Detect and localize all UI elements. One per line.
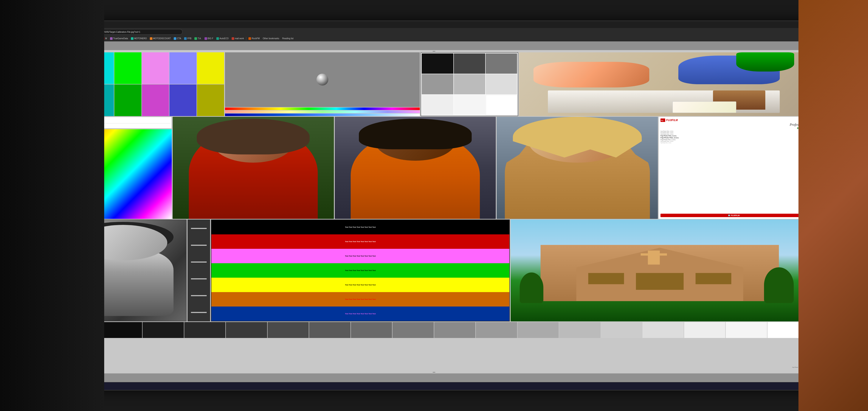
row2: Fuji Digital Imaging Target 856×1219 300… [59,117,809,219]
bookmark-icon-motonero [131,37,133,40]
film-line-6: Fuji Photo Film, U.S.A. [660,142,807,143]
film-line-3: Fuji Photo Film, U.S.A. [660,134,807,135]
patch-4 [142,52,169,84]
portrait-orange [335,117,496,219]
test-row-5: Test Test Test Test Test Test Test Test [211,278,509,292]
bookmark-rockfm[interactable]: RockFM [247,37,261,40]
gs-14 [601,322,642,338]
church-building [540,245,779,301]
test-row-4: Test Test Test Test Test Test Test Test [211,263,509,278]
tree-left [520,272,544,303]
svg-rect-3 [588,273,624,284]
film-line-4: Fuji Photo Film, U.S.A. [660,139,807,141]
patch-9 [114,84,142,116]
flower-stem [736,52,794,71]
gs-9 [393,322,434,338]
bookmark-icon-autoeco [216,37,219,40]
bookmark-motodiscount[interactable]: MOTODISCOUNT [149,37,172,40]
bookmark-truegame[interactable]: TrueGameData [109,37,129,40]
svg-text:FU: FU [661,120,663,121]
fuji-brand-panel: FU FUJIFILM Professional Imaging Fuji Ph… [659,117,809,219]
bookmark-label-m: M [105,37,107,40]
bookmark-motonero[interactable]: MOTONERO [130,37,148,40]
gs-3 [143,322,184,338]
bookmark-cta[interactable]: CTA [173,37,182,40]
bookmark-icon-ffb [184,37,187,40]
film-line-bold-1: Fuji Photo Film, U.S.A. [660,135,807,137]
film-line-bold-2: Fuji Photo Film, U.S.A. [660,137,807,139]
bookmark-icon-ta [194,37,197,40]
strip-blue [225,114,420,116]
gray-cell-5 [454,74,485,94]
marker-top [433,51,435,53]
gray-cell-8 [454,95,485,115]
gray-cell-4 [422,74,453,94]
monitor: Target-Calibration-File.jpg (380... ✕ + … [35,21,833,390]
patch-11 [169,84,196,116]
gray-cell-6 [486,74,517,94]
svg-rect-7 [641,253,667,256]
gray-cell-1 [422,53,453,74]
bookmark-reading[interactable]: Reading list [281,37,295,40]
grayscale-strip [59,322,809,338]
bookmark-label-rockfm: RockFM [252,37,259,40]
address-bar-row: ‹ › ↻ 🔒 i0.wp.com/uphoto.com/wp-content/… [35,28,833,36]
bookmark-label-reading: Reading list [282,37,293,40]
gs-13 [559,322,600,338]
bookmark-other[interactable]: Other bookmarks [261,37,280,40]
grayscale-frame [421,52,518,116]
bookmark-label-ta: T.A. [197,37,201,40]
bookmark-ta[interactable]: T.A. [193,37,203,40]
bookmark-mailwork[interactable]: mail work [230,37,245,40]
film-line-1: Fuji Photo Film, U.S.A. [660,130,807,132]
strip-pastel [225,111,420,113]
film-hole-3 [191,262,207,263]
film-strip [187,219,210,322]
professional-area: Professional Imaging [660,123,807,130]
bookmark-label-cta: CTA [177,37,181,40]
taskbar: ⊞ 🌐 ● Windows 11 Pro Insider Preview Eva… [35,382,833,390]
gs-8 [351,322,392,338]
portrait-red [173,117,334,219]
sphere-strips [225,52,420,116]
bookmarks-bar: Declarație SIMA ISC Intranet Google Driv… [35,36,833,41]
bookmark-ffb[interactable]: FFB [183,37,193,40]
bookmark-autoeco[interactable]: AutoECO [215,37,230,40]
film-hole-5 [191,295,207,296]
fuji-logo-icon: FU [660,118,665,122]
gs-17 [726,322,767,338]
row3: Test Test Test Test Test Test Test Test … [59,219,809,322]
svg-rect-5 [695,273,731,284]
still-life-photo [519,52,809,116]
browser-chrome: Target-Calibration-File.jpg (380... ✕ + … [35,21,833,41]
patch-5 [169,52,196,84]
gs-7 [309,322,350,338]
portrait-orange-hair [359,119,472,149]
gray-cell-3 [486,53,517,74]
patch-10 [142,84,169,116]
browser-content: Fuji Digital Imaging Target 856×1219 300… [35,41,833,382]
tree-right [764,267,794,303]
page-background: Fuji Digital Imaging Target 856×1219 300… [35,41,833,382]
gray-cell-7 [422,95,453,115]
bookmark-label-motonero: MOTONERO [134,37,147,40]
portrait-blonde [497,117,658,219]
bookmark-label-autoeco: AutoECO [220,37,228,40]
church-photo [510,219,809,322]
flower-orange [533,62,649,87]
gs-12 [518,322,559,338]
patch-3 [114,52,142,84]
professional-text: Professional [660,123,807,127]
bookmark-bigf[interactable]: BIG F [203,37,215,40]
separator [246,37,246,40]
cup-saucer [673,101,736,113]
test-row-1: Test Test Test Test Test Test Test Test [211,220,509,234]
film-hole-1 [191,228,207,229]
bookmark-label-ffb: FFB [187,37,191,40]
film-lines: Fuji Photo Film, U.S.A. Fuji Photo Film,… [660,130,807,143]
test-row-6: Test Test Test Test Test Test Test Test [211,292,509,306]
sphere-area [225,52,420,107]
left-monitor [0,0,104,411]
fuji-bottom-icon: 🔲 [728,214,731,216]
film-hole-4 [191,278,207,280]
